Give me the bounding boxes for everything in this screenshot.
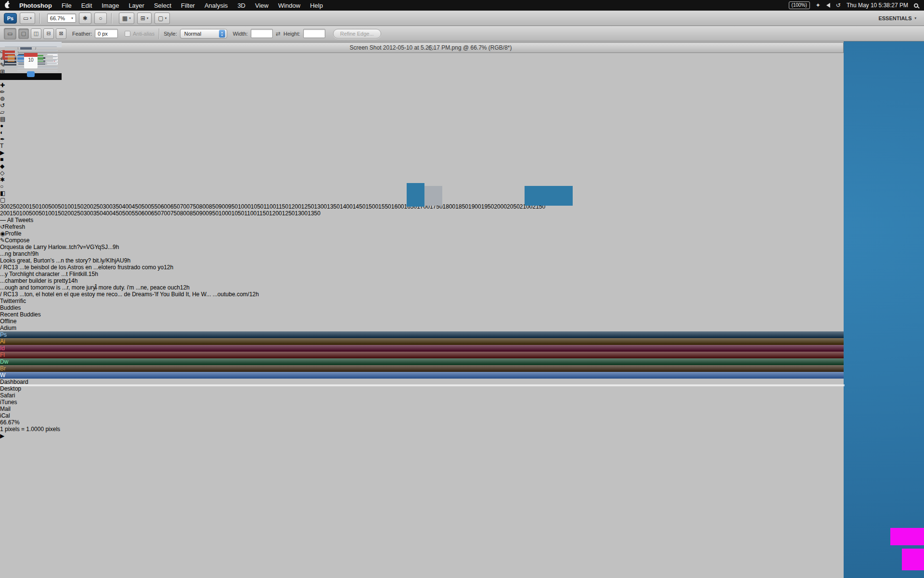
v-ruler-label: 300 [84, 210, 93, 217]
h-ruler-label: 1200 [288, 203, 301, 210]
crop-tool[interactable]: ⊞ [0, 68, 844, 75]
subtract-selection-mode[interactable]: ⊟ [43, 28, 54, 39]
new-selection-mode[interactable]: ▢ [18, 28, 29, 39]
divider [111, 13, 112, 24]
statusbar-zoom-field[interactable]: 66.67% [0, 419, 844, 426]
path-selection-tool[interactable]: ▶ [0, 149, 844, 156]
feather-input[interactable]: 0 px [95, 29, 118, 38]
refine-edge-button[interactable]: Refine Edge... [333, 29, 381, 39]
v-ruler-label: 1200 [269, 210, 282, 217]
h-ruler-label: 1900 [468, 203, 481, 210]
v-ruler-label: 1150 [257, 210, 269, 217]
menu-item-window[interactable]: Window [273, 2, 305, 9]
arrange-documents-button[interactable]: ⊞▾ [137, 13, 152, 24]
gradient-tool[interactable]: ▤ [0, 116, 844, 122]
shape-tool[interactable]: ■ [0, 156, 844, 163]
clone-stamp-tool[interactable]: ⊚ [0, 95, 844, 102]
tweet-time: 9h [32, 250, 38, 257]
h-ruler-label: 450 [132, 203, 141, 210]
menu-item-analysis[interactable]: Analysis [200, 2, 232, 9]
h-ruler-label: 1250 [301, 203, 314, 210]
tweet-link: bit.ly/KIhjAU [92, 257, 124, 264]
menu-item-edit[interactable]: Edit [77, 2, 97, 9]
ps-app-icon[interactable]: Ps [4, 13, 17, 24]
h-ruler-label: 1500 [365, 203, 378, 210]
3d-rotate-tool[interactable]: ◆ [0, 163, 844, 170]
dodge-tool[interactable]: ◐ [0, 129, 844, 136]
zoom-tool-button[interactable]: ○ [94, 13, 107, 24]
menu-item-photoshop[interactable]: Photoshop [14, 2, 57, 9]
twit-toolbar: ↺Refresh◉Profile✎Compose [0, 223, 844, 244]
hand-tool[interactable]: ✱ [0, 176, 844, 183]
bluetooth-icon[interactable]: ✦ [816, 2, 821, 9]
h-ruler-label: 300 [0, 203, 10, 210]
zoom-level-field[interactable]: 66.7%▾ [47, 13, 76, 23]
v-ruler-label: 700 [161, 210, 170, 217]
tool-preset-picker[interactable]: ▭▾ [20, 13, 35, 24]
eyedropper-tool[interactable]: ∕ [0, 75, 844, 82]
options-bar-tool: ▭ ▢ ◫ ⊟ ⊠ Feather: 0 px Anti-alias Style… [0, 26, 924, 41]
swap-dimensions-icon[interactable]: ⇄ [276, 30, 281, 37]
adium-label: Adium [0, 325, 844, 331]
workspace-switcher[interactable]: ESSENTIALS▾ [878, 15, 916, 21]
style-popup[interactable]: Normal▴▾ [180, 29, 227, 39]
active-tool-icon: ▭ [4, 28, 16, 39]
menu-item-image[interactable]: Image [97, 2, 124, 9]
zoom-window-button[interactable] [428, 45, 434, 51]
tweet-time: 12h [164, 264, 173, 271]
history-brush-tool[interactable]: ↺ [0, 102, 844, 109]
tweet-item: ...ough and tomorrow is ...r, more jury,… [0, 284, 844, 291]
3d-orbit-tool[interactable]: ◇ [0, 170, 844, 176]
statusbar-menu-button[interactable]: ▶ [0, 433, 844, 439]
menu-item-select[interactable]: Select [149, 2, 176, 9]
type-tool[interactable]: T [0, 143, 844, 149]
menu-item-3d[interactable]: 3D [232, 2, 250, 9]
menu-item-view[interactable]: View [250, 2, 273, 9]
width-input[interactable] [251, 29, 273, 38]
v-ruler-label: 100 [19, 210, 29, 217]
chevron-down-icon: ▾ [71, 16, 73, 20]
tweet-item: ...chamber builder is pretty14h [0, 277, 844, 284]
antialias-checkbox[interactable] [125, 31, 130, 37]
toolbar-label: Profile [5, 230, 21, 237]
menu-clock[interactable]: Thu May 10 5:38:27 PM [847, 2, 908, 9]
volume-icon[interactable] [826, 3, 830, 8]
menu-item-file[interactable]: File [57, 2, 77, 9]
menu-item-help[interactable]: Help [305, 2, 328, 9]
add-selection-mode[interactable]: ◫ [31, 28, 41, 39]
chevron-down-icon: ▾ [165, 16, 167, 20]
twitterrific-window: — All Tweets ↺Refresh◉Profile✎Compose Or… [0, 217, 844, 298]
quick-selection-tool[interactable]: ✎ [0, 62, 844, 68]
style-label: Style: [164, 31, 177, 37]
hand-tool-button[interactable]: ✱ [79, 13, 91, 24]
canvas-image[interactable]: — All Tweets ↺Refresh◉Profile✎Compose Or… [0, 217, 844, 419]
healing-brush-tool[interactable]: ✚ [0, 82, 844, 89]
blur-tool[interactable]: ● [0, 122, 844, 129]
menu-item-filter[interactable]: Filter [176, 2, 200, 9]
menu-item-layer[interactable]: Layer [124, 2, 149, 9]
h-ruler-label: 750 [190, 203, 199, 210]
screen-mode-button[interactable]: ▢▾ [154, 13, 170, 24]
spotlight-icon[interactable] [914, 3, 918, 8]
battery-status[interactable]: (100%) [789, 1, 810, 9]
lasso-tool[interactable]: ✐ [0, 55, 844, 62]
apple-icon [5, 2, 10, 8]
intersect-selection-mode[interactable]: ⊠ [56, 28, 66, 39]
height-input[interactable] [303, 29, 325, 38]
document-titlebar[interactable]: Screen Shot 2012-05-10 at 5.26.17 PM.png… [18, 42, 844, 53]
view-extras-button[interactable]: ▦▾ [119, 13, 134, 24]
apple-menu[interactable] [0, 2, 14, 8]
v-ruler-label: 50 [38, 210, 45, 217]
v-ruler[interactable]: 2001501005005010015020025030035040045050… [0, 210, 844, 217]
space-label: Mail [0, 406, 844, 412]
eraser-tool[interactable]: ▱ [0, 109, 844, 116]
tweet-text: ...ng branch! [0, 250, 32, 257]
v-ruler-label: 450 [113, 210, 122, 217]
brush-tool[interactable]: ✏ [0, 89, 844, 95]
space-label: Safari [0, 392, 844, 399]
marquee-icon: ▭ [23, 15, 28, 22]
ical-day: 10 [24, 57, 38, 63]
canvas-pasteboard[interactable]: — All Tweets ↺Refresh◉Profile✎Compose Or… [0, 217, 844, 419]
pen-tool[interactable]: ✒ [0, 136, 844, 143]
time-machine-icon[interactable]: ↺ [836, 2, 841, 9]
